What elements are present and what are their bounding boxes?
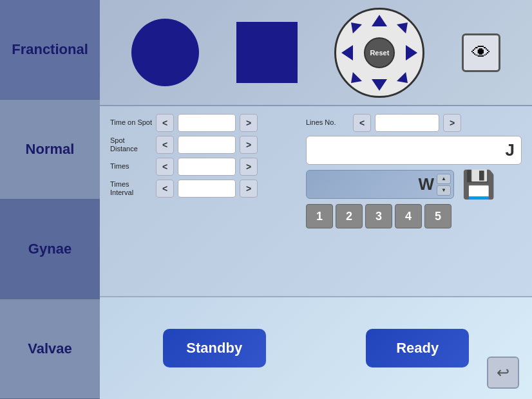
eye-button[interactable]: 👁 [462,33,500,72]
spot-distance-decrement[interactable]: < [156,136,174,154]
times-increment[interactable]: > [240,158,258,176]
lines-no-increment[interactable]: > [443,114,461,132]
dpad-right-arrow[interactable] [406,45,417,60]
j-display: J [306,136,522,165]
save-button[interactable]: 💾 [462,169,495,200]
time-on-spot-decrement[interactable]: < [156,114,174,132]
back-icon: ↩ [497,364,509,382]
times-input[interactable] [178,158,236,176]
bottom-panel: Standby Ready ↩ [100,296,532,399]
spot-distance-increment[interactable]: > [240,136,258,154]
time-on-spot-label: Time on Spot [110,118,152,127]
sidebar-item-normal[interactable]: Normal [0,100,100,200]
sidebar: Franctional Normal Gynae Valvae [0,0,100,399]
num-btn-3[interactable]: 3 [365,204,392,228]
ready-button[interactable]: Ready [366,329,469,367]
time-on-spot-increment[interactable]: > [240,114,258,132]
times-label: Times [110,162,152,171]
dpad-container: Reset [334,8,424,98]
dpad-up-arrow[interactable] [372,15,387,26]
lines-no-input[interactable] [375,114,439,132]
times-decrement[interactable]: < [156,158,174,176]
num-buttons-row: 1 2 3 4 5 [306,204,454,228]
num-btn-1[interactable]: 1 [306,204,333,228]
top-panel: Reset 👁 [100,0,532,106]
time-on-spot-row: Time on Spot < > [110,114,297,132]
dpad-down-arrow[interactable] [372,79,387,91]
dpad-outer: Reset [334,8,424,98]
save-icon: 💾 [462,169,495,200]
num-btn-2[interactable]: 2 [336,204,363,228]
times-interval-label: Times Interval [110,180,152,197]
w-spinner: ▲ ▼ [437,174,451,196]
sidebar-item-valvae[interactable]: Valvae [0,299,100,399]
sidebar-item-fractional[interactable]: Franctional [0,0,100,100]
lines-ctrl-group: < > [353,114,461,132]
num-btn-4[interactable]: 4 [395,204,422,228]
square-shape[interactable] [236,22,298,83]
back-button[interactable]: ↩ [487,357,519,389]
w-spin-up[interactable]: ▲ [437,174,451,184]
eye-icon: 👁 [471,42,491,64]
dpad-bottomleft-arrow[interactable] [347,71,362,87]
time-on-spot-input[interactable] [178,114,236,132]
times-interval-increment[interactable]: > [240,180,258,198]
dpad-reset-button[interactable]: Reset [364,37,395,68]
lines-no-decrement[interactable]: < [353,114,371,132]
standby-button[interactable]: Standby [163,329,266,367]
spot-distance-input[interactable] [178,136,236,154]
times-row: Times < > [110,158,297,176]
w-display: W ▲ ▼ [306,170,454,199]
dpad-bottomright-arrow[interactable] [397,71,412,87]
times-interval-input[interactable] [178,180,236,198]
controls-panel: Time on Spot < > Spot Distance < > Times… [100,106,532,296]
lines-no-label: Lines No. [306,118,348,127]
dpad-topright-arrow[interactable] [397,17,412,33]
times-interval-row: Times Interval < > [110,180,297,198]
left-controls: Time on Spot < > Spot Distance < > Times… [110,114,297,288]
dpad-left-arrow[interactable] [341,45,353,60]
lines-no-row: Lines No. < > [306,114,522,132]
w-value: W [418,174,434,194]
right-controls: Lines No. < > J W ▲ ▼ [306,114,522,288]
num-btn-5[interactable]: 5 [424,204,451,228]
dpad-topleft-arrow[interactable] [347,17,362,33]
spot-distance-label: Spot Distance [110,136,152,153]
main-content: Reset 👁 Time on Spot < > Spot Distance < [100,0,532,399]
spot-distance-row: Spot Distance < > [110,136,297,154]
sidebar-item-gynae[interactable]: Gynae [0,200,100,299]
circle-shape[interactable] [131,19,199,86]
w-spin-down[interactable]: ▼ [437,185,451,196]
times-interval-decrement[interactable]: < [156,180,174,198]
j-value: J [506,140,515,160]
